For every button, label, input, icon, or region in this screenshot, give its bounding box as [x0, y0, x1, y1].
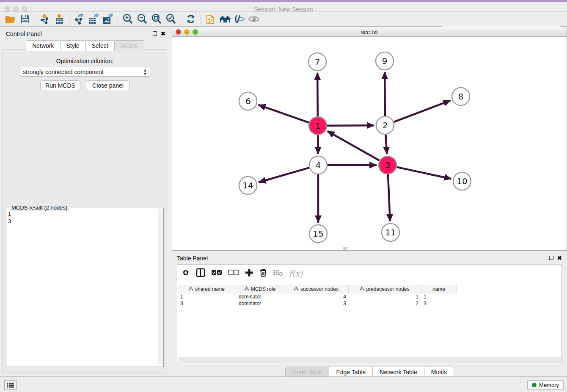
column-header-predecessor-nodes[interactable]: predecessor nodes — [349, 285, 421, 293]
export-network-icon[interactable] — [72, 13, 86, 25]
zoom-selected-icon[interactable] — [164, 13, 178, 25]
edge-2-9[interactable] — [385, 72, 385, 116]
tab-style[interactable]: Style — [60, 40, 86, 51]
cell-MCDS-role[interactable]: dominator — [236, 300, 284, 307]
cell-shared-name[interactable]: 3 — [178, 300, 236, 307]
delete-icon[interactable] — [259, 268, 267, 279]
close-table-panel-icon[interactable]: ✖ — [557, 255, 562, 261]
node-6[interactable]: 6 — [239, 92, 257, 110]
import-network-icon[interactable] — [38, 13, 52, 25]
edge-2-8[interactable] — [394, 100, 451, 122]
edge-3-10[interactable] — [397, 167, 451, 179]
home-icon[interactable] — [218, 13, 232, 25]
save-icon[interactable] — [18, 13, 32, 25]
network-scrollbar-handle[interactable] — [343, 247, 347, 250]
table-header-row[interactable]: shared nameMCDS rolesuccessor nodesprede… — [178, 285, 457, 293]
column-header-shared-name[interactable]: shared name — [178, 285, 236, 293]
open-folder-icon[interactable] — [3, 13, 18, 25]
settings-gear-icon[interactable] — [182, 268, 190, 279]
node-4[interactable]: 4 — [309, 156, 327, 174]
columns-icon[interactable] — [196, 268, 205, 279]
memory-button[interactable]: Memory — [527, 380, 564, 390]
tab-network[interactable]: Network — [26, 40, 60, 51]
edge-1-6[interactable] — [259, 105, 309, 123]
node-8[interactable]: 8 — [452, 88, 470, 105]
new-network-file-icon[interactable] — [204, 13, 218, 25]
network-canvas[interactable]: 7968124314101511 — [172, 37, 567, 250]
table-panel-title: Table Panel — [177, 255, 208, 262]
svg-text:3: 3 — [385, 160, 391, 170]
edge-3-11[interactable] — [388, 174, 390, 221]
memory-button-label: Memory — [539, 382, 559, 388]
export-image-icon[interactable] — [101, 13, 115, 25]
table-row[interactable]: 1dominator411 — [178, 293, 561, 300]
node-1[interactable]: 1 — [309, 117, 327, 135]
result-scrollbar[interactable] — [158, 209, 163, 364]
edge-1-2[interactable] — [327, 125, 374, 126]
export-table-icon[interactable] — [86, 13, 101, 25]
node-10[interactable]: 10 — [453, 172, 471, 190]
cell-shared-name[interactable]: 1 — [178, 293, 236, 300]
svg-text:8: 8 — [458, 91, 464, 102]
column-header-successor-nodes[interactable]: successor nodes — [284, 285, 349, 293]
svg-text:15: 15 — [313, 229, 323, 239]
close-panel-icon[interactable]: ✖ — [161, 30, 165, 37]
column-label: predecessor nodes — [366, 286, 409, 292]
cell-successor-nodes[interactable]: 4 — [284, 293, 349, 300]
table-hscroll-area[interactable] — [178, 357, 561, 363]
column-header-name[interactable]: name — [421, 285, 457, 293]
toolbar-separator — [69, 14, 69, 25]
node-table[interactable]: shared nameMCDS rolesuccessor nodesprede… — [178, 285, 561, 357]
node-2[interactable]: 2 — [376, 116, 394, 134]
edge-2-3[interactable] — [385, 135, 387, 154]
toolbar-separator — [118, 14, 118, 25]
svg-text:6: 6 — [245, 96, 251, 106]
eye-icon[interactable] — [247, 13, 261, 25]
node-9[interactable]: 9 — [376, 52, 394, 70]
edge-1-7[interactable] — [317, 73, 318, 116]
delete-table-icon — [273, 269, 283, 278]
zoom-fit-icon[interactable] — [149, 13, 164, 25]
node-14[interactable]: 14 — [239, 177, 257, 194]
select-all-icon[interactable] — [211, 270, 222, 277]
node-3[interactable]: 3 — [379, 156, 396, 174]
run-mcds-button[interactable]: Run MCDS — [40, 80, 80, 90]
node-7[interactable]: 7 — [308, 53, 326, 71]
node-15[interactable]: 15 — [309, 225, 327, 243]
titlebar: Session: New Session — [0, 2, 567, 12]
svg-text:4: 4 — [316, 160, 321, 170]
column-header-MCDS-role[interactable]: MCDS role — [236, 285, 284, 293]
tab-select[interactable]: Select — [85, 40, 115, 51]
edge-4-14[interactable] — [259, 168, 309, 182]
zoom-out-icon[interactable] — [135, 13, 149, 25]
hide-panel-icon[interactable] — [232, 13, 247, 25]
toolbar-separator — [35, 14, 35, 25]
cell-MCDS-role[interactable]: dominator — [236, 293, 284, 300]
cell-name[interactable]: 3 — [421, 300, 457, 307]
import-table-icon[interactable] — [52, 13, 66, 25]
zoom-in-icon[interactable] — [121, 13, 135, 25]
cell-predecessor-nodes[interactable]: 1 — [349, 293, 421, 300]
selected-option: strongly connected component — [23, 69, 104, 75]
close-panel-button[interactable]: Close panel — [86, 80, 130, 90]
deselect-all-icon[interactable] — [228, 270, 239, 277]
select-arrows-icon: ▲▼ — [143, 68, 147, 76]
optimization-criterion-select[interactable]: strongly connected component ▲▼ — [19, 67, 151, 77]
network-view-window: ✕ − + scc.txt 7968124314101511 — [172, 27, 567, 251]
menu-list-button[interactable] — [4, 380, 17, 390]
edge-3-1[interactable] — [328, 131, 380, 160]
table-row[interactable]: 3dominator323 — [178, 300, 561, 307]
application-window: Session: New Session — [0, 0, 567, 392]
cell-successor-nodes[interactable]: 3 — [284, 300, 349, 307]
float-panel-icon[interactable] — [153, 31, 157, 36]
float-table-panel-icon[interactable] — [549, 256, 553, 260]
mcds-result-text[interactable]: 1 3 — [8, 210, 157, 364]
refresh-icon[interactable] — [184, 13, 198, 25]
cell-predecessor-nodes[interactable]: 2 — [349, 300, 421, 307]
mcds-result-title: MCDS result (2 nodes) — [10, 204, 69, 211]
node-11[interactable]: 11 — [382, 224, 399, 241]
tab-mcds[interactable]: MCDS — [114, 40, 144, 51]
add-icon[interactable] — [245, 268, 253, 279]
cell-name[interactable]: 1 — [421, 293, 457, 300]
control-panel-title: Control Panel — [6, 30, 42, 37]
